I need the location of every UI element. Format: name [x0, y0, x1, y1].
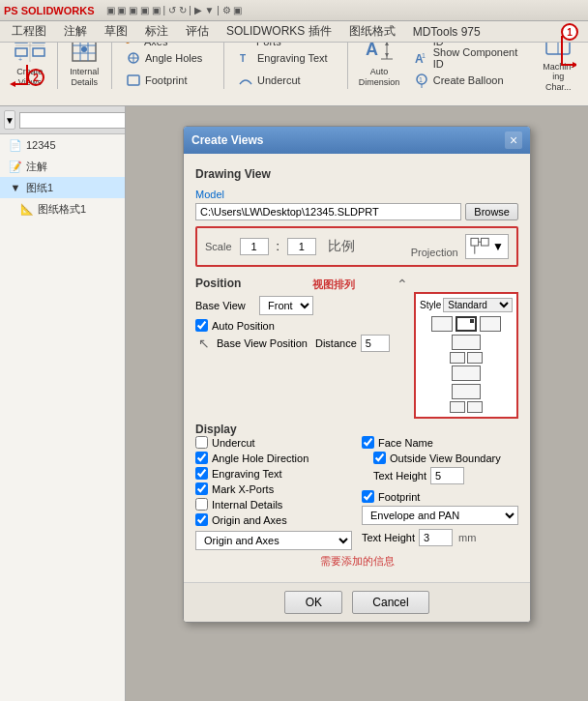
- main-area: Create Views × Drawing View Model Browse…: [126, 106, 588, 701]
- undercut-icon: [237, 72, 254, 89]
- origin-axes-disp-label: Origin and Axes: [212, 514, 287, 526]
- menu-mark[interactable]: 标注: [137, 21, 176, 42]
- views-row-2c: [452, 365, 481, 381]
- svg-rect-40: [471, 238, 479, 246]
- scale-label: Scale: [205, 241, 232, 252]
- dialog-overlay: Create Views × Drawing View Model Browse…: [126, 106, 588, 701]
- origin-axes-select[interactable]: Origin and Axes: [195, 531, 352, 550]
- angle-hole-checkbox[interactable]: [195, 452, 208, 464]
- text-height-row-1: Text Height: [373, 467, 518, 484]
- views-row-3a: [452, 384, 481, 399]
- browse-button[interactable]: Browse: [465, 203, 518, 220]
- angle-hole-row: Angle Hole Direction: [195, 452, 352, 464]
- toolbar-icons: ▣ ▣ ▣ ▣ ▣ | ↺ ↻ | ▶ ▼ | ⚙ ▣: [106, 5, 243, 15]
- engraving-text-label: Engraving Text: [257, 52, 328, 64]
- footprint-display-checkbox[interactable]: [362, 490, 374, 503]
- angle-holes-button[interactable]: Angle Holes: [119, 47, 220, 69]
- footprint-label: Footprint: [145, 74, 187, 86]
- tree-icon-format: 📐: [19, 201, 35, 217]
- tree-item-annotation[interactable]: 📝 注解: [0, 156, 125, 177]
- outside-view-checkbox[interactable]: [373, 452, 386, 464]
- menu-evaluate[interactable]: 评估: [178, 21, 217, 42]
- filter-icon[interactable]: ▼: [4, 110, 15, 130]
- view-box-1: [431, 316, 453, 332]
- engraving-text-icon: T: [237, 49, 254, 67]
- display-columns: Undercut Angle Hole Direction Engraving …: [195, 436, 518, 550]
- style-select[interactable]: Standard: [443, 298, 513, 312]
- svg-rect-19: [128, 75, 139, 85]
- undercut-button[interactable]: Undercut: [231, 70, 344, 91]
- create-balloon-button[interactable]: 1 Create Balloon: [407, 70, 531, 91]
- menu-mdtools[interactable]: MDTools 975: [405, 23, 488, 41]
- angle-holes-icon: [125, 49, 142, 67]
- origin-axes-select-row: Origin and Axes: [195, 529, 352, 550]
- ok-button[interactable]: OK: [284, 591, 342, 614]
- origin-axes-checkbox[interactable]: [195, 513, 208, 526]
- engraving-checkbox[interactable]: [195, 467, 208, 480]
- views-row-2a: [452, 335, 481, 350]
- tree-icon-drawing: ▼: [8, 180, 23, 195]
- display-title: Display: [195, 423, 237, 436]
- menu-engineering[interactable]: 工程图: [4, 21, 54, 42]
- envelope-pan-row: Envelope and PAN Envelope PAN: [362, 506, 518, 525]
- menu-drawing-format[interactable]: 图纸格式: [341, 21, 403, 42]
- tree-item-drawing[interactable]: ▼ 图纸1: [0, 177, 125, 198]
- outside-view-label: Outside View Boundary: [390, 453, 501, 464]
- filter-input[interactable]: [19, 112, 126, 129]
- projection-button[interactable]: ▼: [465, 234, 509, 259]
- auto-dimension-label: AutoDimension: [359, 67, 400, 88]
- projection-dropdown-arrow: ▼: [492, 240, 504, 253]
- mark-x-ports-label: Mark X-Ports: [212, 483, 274, 495]
- footprint-display-label: Footprint: [378, 491, 420, 503]
- face-name-label: Face Name: [378, 437, 433, 449]
- model-path-input[interactable]: [195, 203, 461, 220]
- base-view-row: Base View Front: [195, 296, 408, 315]
- ratio-label: 比例: [328, 238, 355, 255]
- footprint-button[interactable]: Footprint: [119, 70, 220, 91]
- position-views-section: Position 视图排列 ⌃ Base View Front: [195, 273, 518, 419]
- text-height-input-1[interactable]: [430, 467, 464, 484]
- dialog-title-bar: Create Views ×: [184, 127, 530, 154]
- menu-annotation[interactable]: 注解: [56, 21, 95, 42]
- auto-position-checkbox[interactable]: [195, 319, 208, 332]
- envelope-pan-select[interactable]: Envelope and PAN Envelope PAN: [362, 506, 518, 525]
- views-row-group-2: [420, 335, 513, 381]
- tree-item-annotation-label: 注解: [26, 160, 47, 174]
- text-height-label-2: Text Height: [362, 532, 415, 543]
- text-height-input-2[interactable]: [419, 529, 453, 546]
- view-wide-1: [452, 335, 481, 350]
- svg-rect-41: [482, 238, 489, 246]
- model-row: Browse: [195, 203, 518, 220]
- menu-sketch[interactable]: 草图: [97, 21, 135, 42]
- menu-solidworks-plugins[interactable]: SOLIDWORKS 插件: [219, 21, 339, 42]
- engraving-text-button[interactable]: T Engraving Text: [231, 47, 344, 69]
- show-component-button[interactable]: A 1 Show Component ID: [407, 47, 531, 69]
- internal-details-row: Internal Details: [195, 498, 352, 511]
- model-section-label: Model: [195, 189, 518, 200]
- cancel-button[interactable]: Cancel: [352, 591, 428, 614]
- view-box-s2: [467, 352, 483, 364]
- angle-hole-label: Angle Hole Direction: [212, 453, 309, 464]
- tree-item-12345[interactable]: 📄 12345: [0, 134, 125, 156]
- mark-x-ports-checkbox[interactable]: [195, 482, 208, 495]
- tree-item-format[interactable]: 📐 图纸格式1: [0, 198, 125, 219]
- undercut-label: Undercut: [257, 74, 301, 86]
- projection-icon: [470, 237, 490, 256]
- position-section: Position 视图排列 ⌃ Base View Front: [195, 273, 408, 356]
- scale-projection-row: Scale : 比例 Projection: [195, 226, 518, 267]
- dialog-close-button[interactable]: ×: [505, 131, 522, 149]
- distance-label: Distance: [315, 337, 357, 349]
- internal-details-checkbox[interactable]: [195, 498, 208, 511]
- undercut-row: Undercut: [195, 436, 352, 449]
- undercut-checkbox[interactable]: [195, 436, 208, 449]
- scale-input-1[interactable]: [240, 238, 269, 255]
- svg-text:+: +: [18, 56, 22, 63]
- hint-text: 需要添加的信息: [195, 550, 518, 572]
- distance-input[interactable]: [361, 335, 390, 352]
- scale-input-2[interactable]: [287, 238, 316, 255]
- tree-item-drawing-label: 图纸1: [26, 181, 53, 195]
- view-box-s4: [467, 401, 483, 413]
- base-view-select[interactable]: Front: [259, 296, 313, 315]
- expand-button[interactable]: ⌃: [397, 277, 408, 292]
- face-name-checkbox[interactable]: [362, 436, 374, 449]
